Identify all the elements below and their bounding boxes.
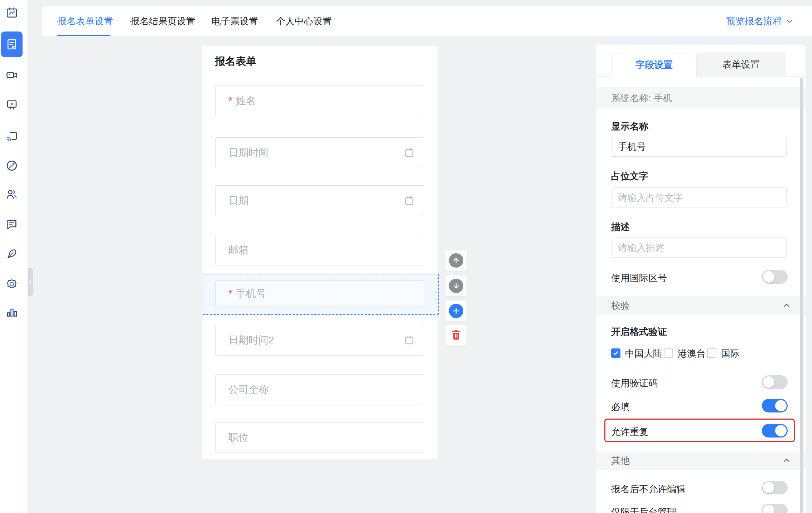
video-camera-icon[interactable] (6, 69, 18, 81)
panel-scrollbar[interactable] (800, 78, 803, 513)
checkbox-label: 国际 (721, 348, 740, 359)
display-name-input[interactable] (611, 137, 787, 157)
description-input[interactable] (611, 238, 787, 258)
toggle-knob (763, 376, 774, 388)
check-icon (613, 350, 619, 356)
preview-label: 预览报名流程 (726, 15, 782, 28)
field-label: 公司全称 (228, 383, 269, 396)
checkbox-label: 港澳台 (678, 348, 706, 359)
toggle-knob (763, 505, 774, 513)
chevron-up-icon[interactable] (783, 302, 791, 309)
system-name-text: 系统名称: 手机 (611, 92, 672, 104)
field-date[interactable]: 日期 (215, 185, 424, 216)
divider (202, 77, 438, 77)
field-email[interactable]: 邮箱 (215, 235, 424, 265)
panel-tab-label: 表单设置 (722, 58, 760, 71)
move-up-button[interactable] (445, 250, 467, 271)
badge-icon[interactable] (6, 278, 18, 290)
field-datetime[interactable]: 日期时间 (215, 137, 424, 168)
calendar-icon (404, 335, 415, 346)
calendar-stats-icon[interactable] (6, 6, 18, 19)
toggle-knob (763, 482, 774, 493)
placeholder-label: 占位文字 (611, 170, 648, 182)
allow-duplicate-label: 允许重复 (611, 425, 648, 439)
no-edit-toggle[interactable] (762, 481, 788, 494)
field-job-title[interactable]: 职位 (215, 422, 424, 453)
form-title: 报名表单 (215, 54, 256, 69)
backend-only-label: 仅限于后台管理 (611, 505, 676, 513)
tab-label: 个人中心设置 (276, 15, 332, 28)
panel-tab-label: 字段设置 (635, 59, 673, 71)
add-field-button[interactable] (445, 300, 467, 322)
calendar-icon (404, 195, 415, 206)
plus-icon (449, 304, 463, 318)
tab-label: 电子票设置 (212, 15, 258, 28)
comment-icon[interactable] (6, 218, 18, 230)
tab-signup-result-settings[interactable]: 报名结果页设置 (130, 6, 195, 36)
display-name-label: 显示名称 (611, 120, 648, 132)
intl-code-toggle[interactable] (762, 270, 788, 284)
field-company[interactable]: 公司全称 (215, 374, 424, 405)
field-label: 日期 (228, 194, 248, 207)
compass-icon[interactable] (6, 160, 18, 172)
required-label: 必填 (611, 400, 630, 414)
calendar-icon (404, 147, 415, 158)
checkbox-hk-mo-tw[interactable] (664, 348, 673, 358)
section-label: 其他 (611, 454, 630, 467)
field-mobile-selected[interactable]: * 手机号 (215, 280, 424, 307)
field-label: 日期时间2 (228, 333, 274, 347)
arrow-down-icon (449, 279, 463, 293)
field-label: 邮箱 (228, 243, 248, 257)
panel-collapse-handle[interactable] (28, 268, 33, 296)
preview-signup-flow-link[interactable]: 预览报名流程 (726, 6, 793, 36)
checkbox-international[interactable] (707, 348, 716, 358)
required-toggle[interactable] (762, 399, 788, 412)
bar-chart-icon[interactable] (6, 306, 18, 318)
other-section-header[interactable]: 其他 (596, 451, 806, 470)
field-name[interactable]: * 姓名 (215, 86, 424, 116)
tab-signup-form-settings[interactable]: 报名表单设置 (57, 6, 113, 36)
users-icon[interactable] (6, 188, 18, 200)
field-label: 日期时间 (228, 146, 269, 160)
field-datetime2[interactable]: 日期时间2 (215, 325, 424, 356)
app-root: 报名表单设置 报名结果页设置 电子票设置 个人中心设置 预览报名流程 报名表单 … (0, 0, 812, 513)
tab-personal-center-settings[interactable]: 个人中心设置 (276, 6, 332, 36)
sidebar (0, 0, 28, 513)
chevron-right-icon (28, 279, 33, 284)
backend-only-toggle[interactable] (762, 504, 788, 513)
tab-label: 报名表单设置 (57, 15, 113, 28)
chevron-down-icon (786, 17, 793, 25)
intl-code-label: 使用国际区号 (611, 271, 667, 285)
trash-icon (450, 329, 462, 342)
required-marker: * (228, 288, 232, 299)
sidebar-item-form-active[interactable] (1, 31, 23, 57)
field-label: 手机号 (236, 287, 266, 301)
move-down-button[interactable] (445, 275, 467, 297)
presentation-icon[interactable] (6, 99, 18, 111)
format-validation-label: 开启格式验证 (611, 326, 667, 338)
panel-tab-field-settings[interactable]: 字段设置 (612, 53, 697, 77)
toggle-knob (763, 271, 774, 283)
tab-label: 报名结果页设置 (130, 15, 195, 28)
validation-section-header[interactable]: 校验 (596, 296, 806, 315)
top-header: 报名表单设置 报名结果页设置 电子票设置 个人中心设置 (42, 6, 812, 36)
panel-tab-form-settings[interactable]: 表单设置 (697, 53, 786, 76)
screen-cast-icon[interactable] (6, 130, 18, 142)
toggle-knob (775, 425, 787, 436)
allow-duplicate-toggle[interactable] (762, 424, 788, 438)
required-marker: * (228, 95, 232, 107)
section-label: 校验 (611, 299, 630, 312)
description-label: 描述 (611, 221, 630, 233)
delete-field-button[interactable] (445, 325, 467, 346)
checkbox-mainland-china[interactable] (611, 348, 620, 358)
tab-eticket-settings[interactable]: 电子票设置 (212, 6, 258, 36)
toggle-knob (775, 400, 787, 411)
captcha-toggle[interactable] (762, 375, 788, 389)
field-label: 职位 (228, 431, 248, 444)
active-tab-underline (57, 35, 110, 36)
feather-icon[interactable] (6, 248, 18, 260)
captcha-label: 使用验证码 (611, 376, 658, 390)
chevron-up-icon[interactable] (783, 456, 791, 464)
placeholder-input[interactable] (611, 187, 787, 207)
no-edit-label: 报名后不允许编辑 (611, 482, 686, 496)
